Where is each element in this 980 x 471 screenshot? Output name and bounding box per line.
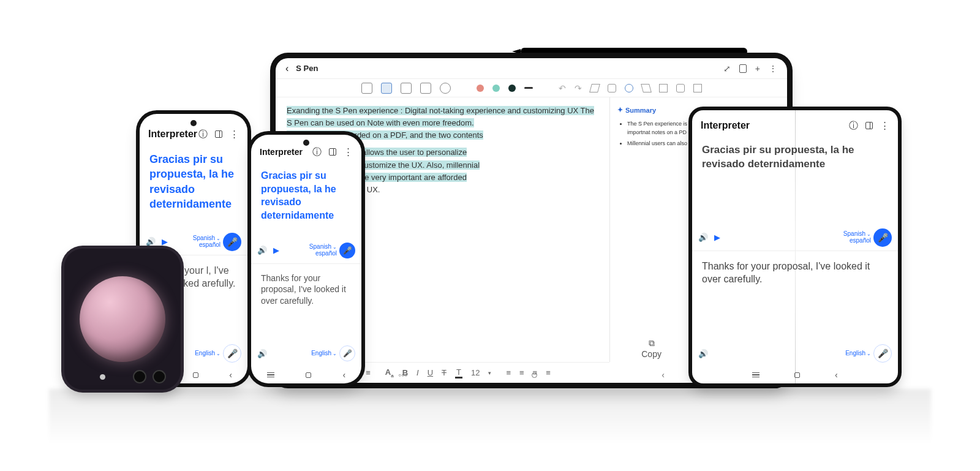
info-icon[interactable]: ⓘ xyxy=(849,120,858,132)
tool-pen-icon[interactable] xyxy=(381,83,392,94)
recents-icon[interactable] xyxy=(752,372,760,378)
shape-tool-2[interactable] xyxy=(608,84,616,92)
more-icon[interactable]: ⋮ xyxy=(880,120,889,131)
camera-punch-hole xyxy=(303,140,309,146)
home-icon[interactable] xyxy=(193,372,198,378)
mic-button[interactable]: 🎤 xyxy=(223,233,241,251)
shape-tool-7[interactable] xyxy=(693,84,702,92)
foldable-device: Interpreter ⓘ ⋮ Gracias pir su propuesta… xyxy=(692,110,898,383)
tool-image-icon[interactable] xyxy=(361,83,372,94)
camera-punch-hole xyxy=(190,120,197,126)
add-icon[interactable]: + xyxy=(755,64,760,73)
target-pane: Thanks for your proposal, I've looked it… xyxy=(692,251,898,367)
copy-icon: ⧉ xyxy=(641,338,662,349)
source-language-selector[interactable]: Spanish⌄ español xyxy=(193,235,221,248)
source-language-selector[interactable]: Spanish⌄ español xyxy=(843,231,871,244)
source-pane: Gracias pir su propuesta, la he revisado… xyxy=(251,160,361,263)
play-icon[interactable]: ▶ xyxy=(162,237,168,246)
font-color-icon[interactable]: T xyxy=(455,367,462,379)
back-nav-icon[interactable]: ‹ xyxy=(662,370,665,380)
app-title: Interpreter xyxy=(148,129,197,140)
flip-phone-closed xyxy=(64,249,181,390)
tablet-titlebar: ‹ S Pen ⤢ + ⋮ xyxy=(276,58,787,79)
target-language-selector[interactable]: English⌄ xyxy=(845,350,871,357)
mic-button[interactable]: 🎤 xyxy=(223,344,241,363)
phone-small: Interpreter ⓘ ⋮ Gracias pir su propuesta… xyxy=(251,135,361,383)
floor-reflection xyxy=(49,389,931,444)
app-title: Interpreter xyxy=(701,120,750,131)
shape-tool-5[interactable] xyxy=(659,84,668,92)
color-swatch-red[interactable] xyxy=(477,85,484,92)
phone-nav-bar: ‹ xyxy=(251,366,361,383)
shape-tool-6[interactable] xyxy=(676,84,685,92)
strike-icon[interactable]: T xyxy=(442,368,447,377)
home-icon[interactable] xyxy=(794,372,800,378)
fold-nav-bar: ‹ xyxy=(692,366,898,383)
align-center-icon[interactable]: ≡ xyxy=(519,368,524,377)
source-pane: Gracias pir su propuesta, la he revisado… xyxy=(692,135,898,251)
italic-icon[interactable]: I xyxy=(417,368,419,377)
speaker-icon[interactable]: 🔊 xyxy=(257,349,267,358)
speaker-icon[interactable]: 🔊 xyxy=(257,246,267,255)
mic-button[interactable]: 🎤 xyxy=(873,228,892,247)
tool-highlighter-icon[interactable] xyxy=(401,83,412,94)
back-nav-icon[interactable]: ‹ xyxy=(835,370,838,380)
interpreter-header: Interpreter ⓘ ⋮ xyxy=(692,110,898,135)
align-left-icon[interactable]: ≡ xyxy=(506,368,511,377)
color-swatch-teal[interactable] xyxy=(492,85,500,92)
info-icon[interactable]: ⓘ xyxy=(198,129,208,140)
target-language-selector[interactable]: English⌄ xyxy=(195,350,221,357)
source-text: Gracias pir su propuesta, la he revisado… xyxy=(149,152,238,211)
align-right-icon[interactable]: ≡ xyxy=(533,368,538,377)
target-text: Thanks for your proposal, I've looked it… xyxy=(261,273,352,307)
redo-icon[interactable]: ↷ xyxy=(575,83,582,93)
numbered-list-icon[interactable]: ≡ xyxy=(366,368,371,377)
home-icon[interactable] xyxy=(306,372,311,378)
source-language-selector[interactable]: Spanish⌄ español xyxy=(309,244,337,257)
mic-button[interactable]: 🎤 xyxy=(873,344,892,363)
color-swatch-dark[interactable] xyxy=(508,85,516,92)
note-text-hl: Exanding the S Pen experience : Digital … xyxy=(287,106,594,127)
source-text: Gracias pir su propuesta, la he revisado… xyxy=(261,169,352,222)
play-icon[interactable]: ▶ xyxy=(273,246,279,255)
mic-button[interactable]: 🎤 xyxy=(339,243,355,258)
back-icon[interactable]: ‹ xyxy=(285,63,288,74)
shape-tool-3[interactable] xyxy=(625,84,633,92)
camera-flash xyxy=(100,374,105,380)
speaker-icon[interactable]: 🔊 xyxy=(146,237,156,246)
more-icon[interactable]: ⋮ xyxy=(230,129,239,140)
split-view-icon[interactable] xyxy=(329,148,336,156)
speaker-icon[interactable]: 🔊 xyxy=(698,349,708,358)
tool-cloud-icon[interactable] xyxy=(440,83,451,94)
copy-button[interactable]: ⧉Copy xyxy=(641,338,662,360)
interpreter-header: Interpreter ⓘ ⋮ xyxy=(251,135,361,160)
mic-button[interactable]: 🎤 xyxy=(339,345,355,361)
back-nav-icon[interactable]: ‹ xyxy=(229,370,232,380)
speaker-icon[interactable]: 🔊 xyxy=(698,233,708,242)
expand-icon[interactable]: ⤢ xyxy=(723,64,731,73)
rear-cameras xyxy=(133,370,166,383)
play-icon[interactable]: ▶ xyxy=(714,233,720,242)
thickness-icon[interactable] xyxy=(524,87,533,89)
font-icon[interactable]: Aa xyxy=(385,367,394,379)
indent-icon[interactable]: ≡ xyxy=(546,368,551,377)
interpreter-header: Interpreter ⓘ ⋮ xyxy=(140,114,247,143)
recents-icon[interactable] xyxy=(267,372,274,378)
bold-icon[interactable]: B xyxy=(402,368,408,377)
shape-tool-4[interactable] xyxy=(641,84,652,92)
target-language-selector[interactable]: English⌄ xyxy=(311,350,337,357)
font-size-value[interactable]: 12 xyxy=(471,368,480,377)
target-pane: Thanks for your proposal, I've looked it… xyxy=(251,263,361,367)
back-nav-icon[interactable]: ‹ xyxy=(343,370,346,380)
tool-eraser-icon[interactable] xyxy=(420,83,431,94)
info-icon[interactable]: ⓘ xyxy=(312,146,322,158)
more-icon[interactable]: ⋮ xyxy=(769,64,777,73)
split-view-icon[interactable] xyxy=(865,122,873,129)
more-icon[interactable]: ⋮ xyxy=(344,146,353,157)
shape-tool-1[interactable] xyxy=(589,84,600,92)
tablet-title: S Pen xyxy=(296,64,318,73)
split-view-icon[interactable] xyxy=(215,130,222,138)
page-icon[interactable] xyxy=(739,64,747,73)
undo-icon[interactable]: ↶ xyxy=(559,83,566,93)
underline-icon[interactable]: U xyxy=(428,368,433,377)
